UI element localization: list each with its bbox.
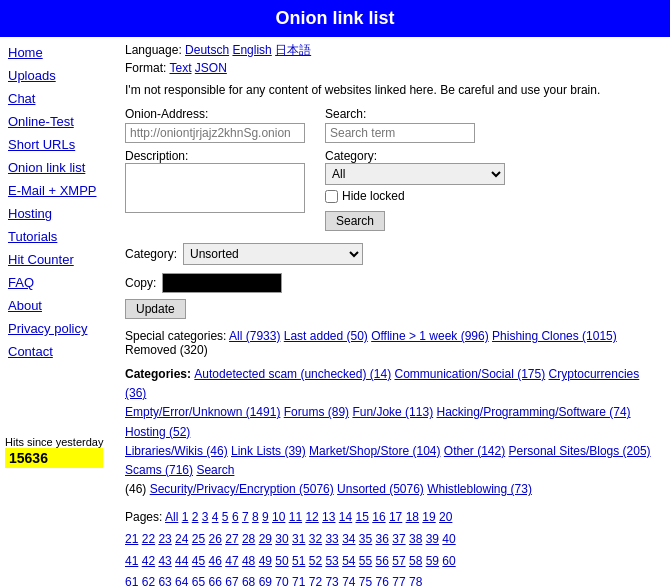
page-16[interactable]: 16 — [372, 510, 385, 524]
cat-fun[interactable]: Fun/Joke (113) — [352, 405, 433, 419]
page-9[interactable]: 9 — [262, 510, 269, 524]
page-42[interactable]: 42 — [142, 554, 155, 568]
onion-address-input[interactable] — [125, 123, 305, 143]
page-25[interactable]: 25 — [192, 532, 205, 546]
page-44[interactable]: 44 — [175, 554, 188, 568]
sidebar-item-faq[interactable]: FAQ — [0, 271, 110, 294]
cat-hacking[interactable]: Hacking/Programming/Software (74) — [436, 405, 630, 419]
category-sort-select[interactable]: Unsorted — [183, 243, 363, 265]
page-60[interactable]: 60 — [442, 554, 455, 568]
page-15[interactable]: 15 — [356, 510, 369, 524]
page-71[interactable]: 71 — [292, 575, 305, 586]
cat-market[interactable]: Market/Shop/Store (104) — [309, 444, 440, 458]
page-39[interactable]: 39 — [426, 532, 439, 546]
lang-japanese[interactable]: 日本語 — [275, 43, 311, 57]
page-24[interactable]: 24 — [175, 532, 188, 546]
cat-forums[interactable]: Forums (89) — [284, 405, 349, 419]
sidebar-item-onion-link-list[interactable]: Onion link list — [0, 156, 110, 179]
page-76[interactable]: 76 — [376, 575, 389, 586]
cat-other[interactable]: Other (142) — [444, 444, 505, 458]
page-74[interactable]: 74 — [342, 575, 355, 586]
page-68[interactable]: 68 — [242, 575, 255, 586]
page-69[interactable]: 69 — [259, 575, 272, 586]
cat-empty[interactable]: Empty/Error/Unknown (1491) — [125, 405, 280, 419]
sidebar-item-short-urls[interactable]: Short URLs — [0, 133, 110, 156]
page-57[interactable]: 57 — [392, 554, 405, 568]
page-37[interactable]: 37 — [392, 532, 405, 546]
page-56[interactable]: 56 — [376, 554, 389, 568]
sidebar-item-uploads[interactable]: Uploads — [0, 64, 110, 87]
format-text[interactable]: Text — [169, 61, 191, 75]
page-22[interactable]: 22 — [142, 532, 155, 546]
page-18[interactable]: 18 — [406, 510, 419, 524]
cat-libraries[interactable]: Libraries/Wikis (46) — [125, 444, 228, 458]
special-cat-phishing[interactable]: Phishing Clones (1015) — [492, 329, 617, 343]
page-50[interactable]: 50 — [275, 554, 288, 568]
page-13[interactable]: 13 — [322, 510, 335, 524]
page-29[interactable]: 29 — [259, 532, 272, 546]
page-67[interactable]: 67 — [225, 575, 238, 586]
page-6[interactable]: 6 — [232, 510, 239, 524]
page-11[interactable]: 11 — [289, 510, 302, 524]
page-17[interactable]: 17 — [389, 510, 402, 524]
page-47[interactable]: 47 — [225, 554, 238, 568]
page-21[interactable]: 21 — [125, 532, 138, 546]
page-3[interactable]: 3 — [202, 510, 209, 524]
update-button[interactable]: Update — [125, 299, 186, 319]
cat-hosting[interactable]: Hosting (52) — [125, 425, 190, 439]
page-38[interactable]: 38 — [409, 532, 422, 546]
page-58[interactable]: 58 — [409, 554, 422, 568]
page-70[interactable]: 70 — [275, 575, 288, 586]
page-28[interactable]: 28 — [242, 532, 255, 546]
sidebar-item-email-xmpp[interactable]: E-Mail + XMPP — [0, 179, 110, 202]
category-select[interactable]: All Autodetected scam (unchecked) Commun… — [325, 163, 505, 185]
page-78[interactable]: 78 — [409, 575, 422, 586]
page-73[interactable]: 73 — [325, 575, 338, 586]
copy-input[interactable]: 3kzg87 — [162, 273, 282, 293]
page-62[interactable]: 62 — [142, 575, 155, 586]
lang-deutsch[interactable]: Deutsch — [185, 43, 229, 57]
page-36[interactable]: 36 — [376, 532, 389, 546]
page-14[interactable]: 14 — [339, 510, 352, 524]
page-75[interactable]: 75 — [359, 575, 372, 586]
page-72[interactable]: 72 — [309, 575, 322, 586]
page-27[interactable]: 27 — [225, 532, 238, 546]
page-64[interactable]: 64 — [175, 575, 188, 586]
page-53[interactable]: 53 — [325, 554, 338, 568]
page-54[interactable]: 54 — [342, 554, 355, 568]
page-30[interactable]: 30 — [275, 532, 288, 546]
cat-unsorted[interactable]: Unsorted (5076) — [337, 482, 424, 496]
cat-autodetected[interactable]: Autodetected scam (unchecked) (14) — [194, 367, 391, 381]
page-23[interactable]: 23 — [158, 532, 171, 546]
cat-search[interactable]: Search — [196, 463, 234, 477]
page-77[interactable]: 77 — [392, 575, 405, 586]
page-52[interactable]: 52 — [309, 554, 322, 568]
sidebar-item-tutorials[interactable]: Tutorials — [0, 225, 110, 248]
sidebar-item-home[interactable]: Home — [0, 41, 110, 64]
special-cat-offline[interactable]: Offline > 1 week (996) — [371, 329, 489, 343]
sidebar-item-contact[interactable]: Contact — [0, 340, 110, 363]
page-41[interactable]: 41 — [125, 554, 138, 568]
special-cat-all[interactable]: All (7933) — [229, 329, 280, 343]
page-55[interactable]: 55 — [359, 554, 372, 568]
sidebar-item-online-test[interactable]: Online-Test — [0, 110, 110, 133]
page-43[interactable]: 43 — [158, 554, 171, 568]
sidebar-item-chat[interactable]: Chat — [0, 87, 110, 110]
cat-communication[interactable]: Communication/Social (175) — [394, 367, 545, 381]
page-26[interactable]: 26 — [209, 532, 222, 546]
page-33[interactable]: 33 — [325, 532, 338, 546]
hide-locked-checkbox[interactable] — [325, 190, 338, 203]
sidebar-item-privacy-policy[interactable]: Privacy policy — [0, 317, 110, 340]
sidebar-item-hit-counter[interactable]: Hit Counter — [0, 248, 110, 271]
page-51[interactable]: 51 — [292, 554, 305, 568]
search-button[interactable]: Search — [325, 211, 385, 231]
page-31[interactable]: 31 — [292, 532, 305, 546]
search-input[interactable] — [325, 123, 475, 143]
page-49[interactable]: 49 — [259, 554, 272, 568]
page-63[interactable]: 63 — [158, 575, 171, 586]
page-4[interactable]: 4 — [212, 510, 219, 524]
special-cat-last-added[interactable]: Last added (50) — [284, 329, 368, 343]
page-19[interactable]: 19 — [422, 510, 435, 524]
page-2[interactable]: 2 — [192, 510, 199, 524]
page-20[interactable]: 20 — [439, 510, 452, 524]
